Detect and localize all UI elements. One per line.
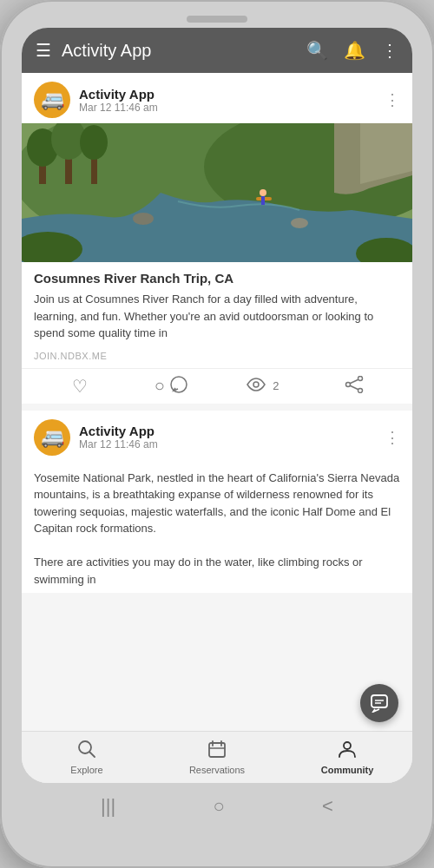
post-card: 🚐 Activity App Mar 12 11:46 am ⋮ xyxy=(22,73,412,404)
post-image xyxy=(22,123,412,262)
bell-icon[interactable]: 🔔 xyxy=(344,42,365,59)
post-author-2: Activity App xyxy=(79,424,385,438)
like-button[interactable]: ♡ xyxy=(34,376,126,397)
post-title: Cosumnes River Ranch Trip, CA xyxy=(34,271,400,286)
avatar-icon: 🚐 xyxy=(41,89,64,111)
post-time-2: Mar 12 11:46 am xyxy=(79,438,385,450)
phone-nav-back[interactable]: < xyxy=(322,795,333,818)
post-more-icon-2[interactable]: ⋮ xyxy=(385,428,400,447)
phone-nav-lines[interactable]: ||| xyxy=(101,795,115,818)
svg-point-20 xyxy=(346,383,351,387)
avatar-icon-2: 🚐 xyxy=(41,426,64,449)
svg-rect-23 xyxy=(372,695,387,707)
svg-point-32 xyxy=(344,742,351,749)
screen: ☰ Activity App 🔍 🔔 ⋮ 🚐 Activity App Mar … xyxy=(22,28,412,783)
content-area: 🚐 Activity App Mar 12 11:46 am ⋮ xyxy=(22,73,412,731)
app-title: Activity App xyxy=(62,41,306,61)
comment-icon: ○ xyxy=(155,376,165,396)
post-author: Activity App xyxy=(79,87,385,102)
community-icon xyxy=(338,740,357,763)
post-content-2: Yosemite National Park, nestled in the h… xyxy=(22,461,412,594)
post-content: Cosumnes River Ranch Trip, CA Join us at… xyxy=(22,262,412,347)
svg-point-18 xyxy=(358,377,363,381)
comment-bubble-icon xyxy=(169,376,188,395)
phone-frame: ☰ Activity App 🔍 🔔 ⋮ 🚐 Activity App Mar … xyxy=(0,0,434,868)
views-button[interactable]: 2 xyxy=(217,376,309,396)
svg-rect-28 xyxy=(209,743,225,757)
post-header: 🚐 Activity App Mar 12 11:46 am ⋮ xyxy=(22,73,412,123)
eye-icon xyxy=(247,376,266,396)
phone-bottom-nav: ||| ○ < xyxy=(0,786,434,830)
eye-svg xyxy=(247,378,266,391)
heart-icon: ♡ xyxy=(72,376,88,397)
post-actions: ♡ ○ xyxy=(22,368,412,404)
share-icon xyxy=(345,376,364,396)
svg-line-21 xyxy=(350,379,358,384)
speaker xyxy=(187,16,247,23)
post-text: Join us at Cosumnes River Ranch for a da… xyxy=(34,291,400,342)
top-bar: ☰ Activity App 🔍 🔔 ⋮ xyxy=(22,28,412,73)
nav-item-reservations[interactable]: Reservations xyxy=(152,732,282,783)
svg-point-8 xyxy=(80,125,108,160)
share-button[interactable] xyxy=(309,376,401,396)
community-label: Community xyxy=(321,765,374,775)
more-icon[interactable]: ⋮ xyxy=(381,42,398,59)
post-header-2: 🚐 Activity App Mar 12 11:46 am ⋮ xyxy=(22,411,412,461)
phone-nav-home[interactable]: ○ xyxy=(213,795,224,818)
top-bar-actions: 🔍 🔔 ⋮ xyxy=(306,42,398,59)
post-time: Mar 12 11:46 am xyxy=(79,102,385,114)
search-icon[interactable]: 🔍 xyxy=(306,42,328,59)
svg-point-12 xyxy=(260,189,266,196)
chat-fab-icon xyxy=(370,694,389,713)
nav-item-community[interactable]: Community xyxy=(282,732,412,783)
menu-icon[interactable]: ☰ xyxy=(36,42,51,59)
chat-fab[interactable] xyxy=(360,684,398,722)
svg-point-10 xyxy=(291,218,308,228)
avatar: 🚐 xyxy=(34,82,70,118)
svg-rect-13 xyxy=(261,196,265,205)
explore-icon xyxy=(77,740,96,763)
post-meta: Activity App Mar 12 11:46 am xyxy=(79,87,385,114)
reservations-icon xyxy=(207,740,227,763)
post-link[interactable]: JOIN.NDBX.ME xyxy=(22,347,412,368)
bottom-nav: Explore Reservations xyxy=(22,731,412,783)
post-more-icon[interactable]: ⋮ xyxy=(385,90,400,109)
explore-label: Explore xyxy=(70,765,102,775)
reservations-label: Reservations xyxy=(189,765,245,775)
svg-point-9 xyxy=(133,213,154,225)
post-text-2: Yosemite National Park, nestled in the h… xyxy=(34,470,400,589)
avatar-2: 🚐 xyxy=(34,419,70,456)
svg-point-19 xyxy=(358,389,363,393)
share-svg xyxy=(345,376,364,393)
nav-item-explore[interactable]: Explore xyxy=(22,732,152,783)
post-meta-2: Activity App Mar 12 11:46 am xyxy=(79,424,385,450)
svg-point-17 xyxy=(253,382,259,387)
svg-line-27 xyxy=(90,753,95,758)
svg-line-22 xyxy=(350,385,358,390)
river-scene-svg xyxy=(22,123,412,262)
views-count: 2 xyxy=(273,379,279,392)
comment-button[interactable]: ○ xyxy=(126,376,218,396)
post-card-2: 🚐 Activity App Mar 12 11:46 am ⋮ Yosemit… xyxy=(22,411,412,594)
